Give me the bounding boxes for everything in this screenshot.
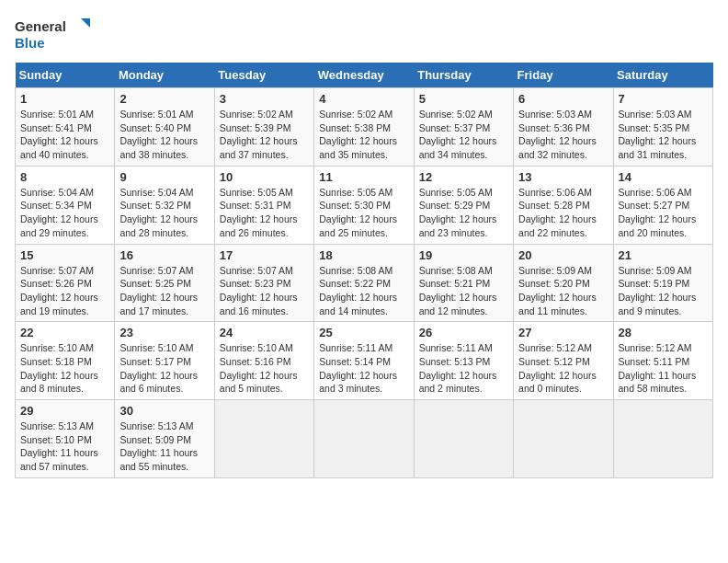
day-detail: Sunrise: 5:12 AMSunset: 5:12 PMDaylight:… (518, 342, 597, 394)
calendar-cell: 3Sunrise: 5:02 AMSunset: 5:39 PMDaylight… (214, 88, 313, 167)
day-detail: Sunrise: 5:10 AMSunset: 5:18 PMDaylight:… (20, 342, 98, 394)
calendar-cell (314, 400, 414, 478)
day-number: 9 (119, 170, 209, 184)
day-number: 18 (319, 248, 408, 262)
day-number: 7 (619, 92, 708, 106)
calendar-cell: 18Sunrise: 5:08 AMSunset: 5:22 PMDayligh… (314, 244, 414, 322)
day-number: 28 (619, 326, 708, 339)
calendar-cell: 27Sunrise: 5:12 AMSunset: 5:12 PMDayligh… (514, 322, 613, 400)
calendar-cell: 10Sunrise: 5:05 AMSunset: 5:31 PMDayligh… (214, 166, 313, 244)
day-number: 8 (20, 170, 109, 184)
day-detail: Sunrise: 5:02 AMSunset: 5:37 PMDaylight:… (419, 109, 497, 160)
day-number: 14 (619, 170, 708, 184)
day-detail: Sunrise: 5:02 AMSunset: 5:38 PMDaylight:… (319, 109, 397, 160)
day-detail: Sunrise: 5:11 AMSunset: 5:14 PMDaylight:… (319, 342, 397, 394)
calendar-cell (214, 400, 313, 478)
day-detail: Sunrise: 5:05 AMSunset: 5:30 PMDaylight:… (319, 187, 397, 238)
day-detail: Sunrise: 5:04 AMSunset: 5:34 PMDaylight:… (20, 187, 98, 238)
calendar-cell: 12Sunrise: 5:05 AMSunset: 5:29 PMDayligh… (414, 166, 513, 244)
calendar-cell: 16Sunrise: 5:07 AMSunset: 5:25 PMDayligh… (115, 244, 214, 322)
calendar-cell: 20Sunrise: 5:09 AMSunset: 5:20 PMDayligh… (514, 244, 613, 322)
day-number: 29 (20, 404, 109, 418)
day-number: 26 (419, 326, 508, 339)
day-detail: Sunrise: 5:08 AMSunset: 5:22 PMDaylight:… (319, 265, 397, 316)
day-detail: Sunrise: 5:05 AMSunset: 5:31 PMDaylight:… (220, 187, 298, 238)
day-detail: Sunrise: 5:07 AMSunset: 5:25 PMDaylight:… (119, 265, 198, 316)
calendar-cell: 17Sunrise: 5:07 AMSunset: 5:23 PMDayligh… (214, 244, 313, 322)
calendar-cell: 21Sunrise: 5:09 AMSunset: 5:19 PMDayligh… (613, 244, 712, 322)
week-row-3: 15Sunrise: 5:07 AMSunset: 5:26 PMDayligh… (16, 244, 713, 322)
calendar-cell: 24Sunrise: 5:10 AMSunset: 5:16 PMDayligh… (214, 322, 313, 400)
week-row-2: 8Sunrise: 5:04 AMSunset: 5:34 PMDaylight… (16, 166, 713, 244)
calendar-cell: 4Sunrise: 5:02 AMSunset: 5:38 PMDaylight… (314, 88, 414, 167)
calendar-cell: 19Sunrise: 5:08 AMSunset: 5:21 PMDayligh… (414, 244, 513, 322)
day-detail: Sunrise: 5:01 AMSunset: 5:41 PMDaylight:… (20, 109, 98, 160)
calendar-cell: 6Sunrise: 5:03 AMSunset: 5:36 PMDaylight… (514, 88, 613, 167)
svg-marker-1 (81, 18, 90, 28)
calendar-cell: 23Sunrise: 5:10 AMSunset: 5:17 PMDayligh… (115, 322, 214, 400)
calendar-cell (613, 400, 712, 478)
day-detail: Sunrise: 5:10 AMSunset: 5:16 PMDaylight:… (220, 342, 298, 394)
day-number: 27 (518, 326, 608, 339)
day-detail: Sunrise: 5:11 AMSunset: 5:13 PMDaylight:… (419, 342, 497, 394)
calendar-cell: 15Sunrise: 5:07 AMSunset: 5:26 PMDayligh… (16, 244, 115, 322)
col-header-monday: Monday (115, 63, 214, 88)
col-header-sunday: Sunday (16, 63, 115, 88)
day-detail: Sunrise: 5:07 AMSunset: 5:23 PMDaylight:… (220, 265, 298, 316)
day-number: 30 (119, 404, 209, 418)
day-detail: Sunrise: 5:02 AMSunset: 5:39 PMDaylight:… (220, 109, 298, 160)
day-number: 23 (119, 326, 209, 339)
day-detail: Sunrise: 5:06 AMSunset: 5:28 PMDaylight:… (518, 187, 597, 238)
calendar-cell: 8Sunrise: 5:04 AMSunset: 5:34 PMDaylight… (16, 166, 115, 244)
day-detail: Sunrise: 5:09 AMSunset: 5:19 PMDaylight:… (619, 265, 697, 316)
calendar-cell: 11Sunrise: 5:05 AMSunset: 5:30 PMDayligh… (314, 166, 414, 244)
day-detail: Sunrise: 5:06 AMSunset: 5:27 PMDaylight:… (619, 187, 697, 238)
day-detail: Sunrise: 5:01 AMSunset: 5:40 PMDaylight:… (119, 109, 198, 160)
col-header-wednesday: Wednesday (314, 63, 414, 88)
calendar-cell: 7Sunrise: 5:03 AMSunset: 5:35 PMDaylight… (613, 88, 712, 167)
calendar-cell: 1Sunrise: 5:01 AMSunset: 5:41 PMDaylight… (16, 88, 115, 167)
calendar-cell: 5Sunrise: 5:02 AMSunset: 5:37 PMDaylight… (414, 88, 513, 167)
col-header-friday: Friday (514, 63, 613, 88)
day-number: 3 (220, 92, 309, 106)
day-number: 20 (518, 248, 608, 262)
day-detail: Sunrise: 5:13 AMSunset: 5:10 PMDaylight:… (20, 420, 98, 472)
calendar-cell: 28Sunrise: 5:12 AMSunset: 5:11 PMDayligh… (613, 322, 712, 400)
day-number: 5 (419, 92, 508, 106)
day-number: 15 (20, 248, 109, 262)
day-detail: Sunrise: 5:08 AMSunset: 5:21 PMDaylight:… (419, 265, 497, 316)
col-header-saturday: Saturday (613, 63, 712, 88)
svg-text:Blue: Blue (15, 35, 45, 51)
week-row-5: 29Sunrise: 5:13 AMSunset: 5:10 PMDayligh… (16, 400, 713, 478)
day-detail: Sunrise: 5:05 AMSunset: 5:29 PMDaylight:… (419, 187, 497, 238)
calendar-cell (514, 400, 613, 478)
calendar-cell: 2Sunrise: 5:01 AMSunset: 5:40 PMDaylight… (115, 88, 214, 167)
calendar-cell: 14Sunrise: 5:06 AMSunset: 5:27 PMDayligh… (613, 166, 712, 244)
day-detail: Sunrise: 5:07 AMSunset: 5:26 PMDaylight:… (20, 265, 98, 316)
col-header-tuesday: Tuesday (214, 63, 313, 88)
day-number: 6 (518, 92, 608, 106)
day-number: 13 (518, 170, 608, 184)
col-header-thursday: Thursday (414, 63, 513, 88)
day-number: 24 (220, 326, 309, 339)
calendar-cell: 30Sunrise: 5:13 AMSunset: 5:09 PMDayligh… (115, 400, 214, 478)
logo: General Blue (15, 15, 97, 53)
calendar-cell: 25Sunrise: 5:11 AMSunset: 5:14 PMDayligh… (314, 322, 414, 400)
calendar-cell: 13Sunrise: 5:06 AMSunset: 5:28 PMDayligh… (514, 166, 613, 244)
day-detail: Sunrise: 5:03 AMSunset: 5:35 PMDaylight:… (619, 109, 697, 160)
week-row-1: 1Sunrise: 5:01 AMSunset: 5:41 PMDaylight… (16, 88, 713, 167)
svg-text:General: General (15, 18, 66, 34)
day-number: 4 (319, 92, 408, 106)
calendar-table: SundayMondayTuesdayWednesdayThursdayFrid… (15, 63, 713, 478)
logo-svg: General Blue (15, 15, 97, 53)
day-detail: Sunrise: 5:09 AMSunset: 5:20 PMDaylight:… (518, 265, 597, 316)
day-number: 10 (220, 170, 309, 184)
day-detail: Sunrise: 5:12 AMSunset: 5:11 PMDaylight:… (619, 342, 697, 394)
day-detail: Sunrise: 5:03 AMSunset: 5:36 PMDaylight:… (518, 109, 597, 160)
day-number: 11 (319, 170, 408, 184)
calendar-cell (414, 400, 513, 478)
header: General Blue (15, 15, 713, 53)
header-row: SundayMondayTuesdayWednesdayThursdayFrid… (16, 63, 713, 88)
day-number: 25 (319, 326, 408, 339)
calendar-cell: 26Sunrise: 5:11 AMSunset: 5:13 PMDayligh… (414, 322, 513, 400)
